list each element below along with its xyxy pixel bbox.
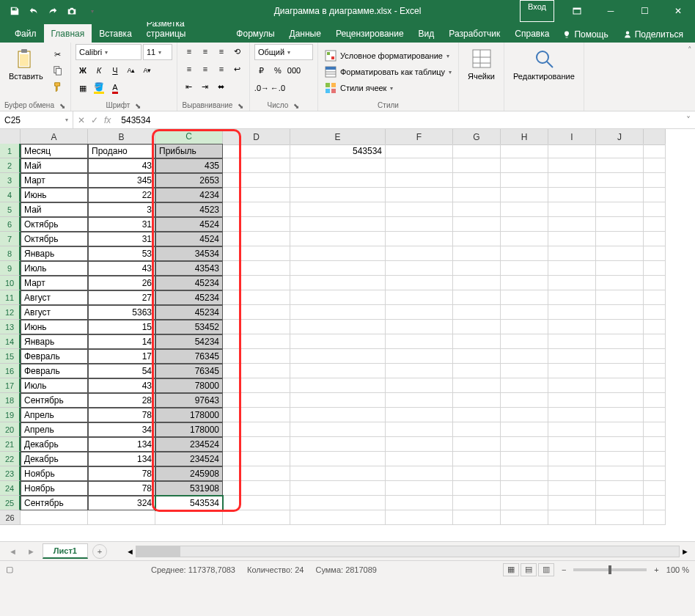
sheet-nav-prev[interactable]: ◄ — [6, 547, 20, 556]
col-header-G[interactable]: G — [453, 129, 501, 145]
cell-B7[interactable]: 31 — [88, 232, 155, 246]
cell-blank[interactable] — [290, 290, 386, 305]
row-header-10[interactable]: 10 — [0, 276, 21, 290]
tab-view[interactable]: Вид — [411, 24, 442, 43]
cell-A22[interactable]: Декабрь — [21, 452, 88, 466]
cell-blank[interactable] — [453, 246, 501, 261]
cell-B5[interactable]: 3 — [88, 202, 155, 217]
zoom-in-button[interactable]: + — [654, 565, 658, 574]
cell-A25[interactable]: Сентябрь — [21, 496, 88, 510]
worksheet-grid[interactable]: ABCDEFGHIJ1МесяцПроданоПрибыль5435342Май… — [0, 129, 695, 541]
cell-blank[interactable] — [21, 510, 88, 525]
cell-C6[interactable]: 4524 — [155, 217, 223, 232]
cell-blank[interactable] — [290, 158, 386, 173]
cell-blank[interactable] — [290, 320, 386, 334]
cell-blank[interactable] — [596, 188, 644, 202]
cell-blank[interactable] — [548, 481, 596, 496]
cell-blank[interactable] — [644, 144, 666, 158]
cell-blank[interactable] — [223, 276, 290, 290]
cell-C20[interactable]: 178000 — [155, 422, 223, 437]
cell-blank[interactable] — [223, 188, 290, 202]
cell-blank[interactable] — [453, 408, 501, 422]
cell-blank[interactable] — [223, 349, 290, 364]
cell-blank[interactable] — [453, 290, 501, 305]
font-launcher[interactable]: ⬊ — [134, 102, 141, 109]
cell-blank[interactable] — [453, 466, 501, 481]
cell-blank[interactable] — [386, 290, 453, 305]
cell-blank[interactable] — [386, 408, 453, 422]
row-header-2[interactable]: 2 — [0, 158, 21, 173]
expand-formula-icon[interactable]: ˅ — [682, 115, 695, 125]
cell-blank[interactable] — [386, 466, 453, 481]
cell-blank[interactable] — [644, 158, 666, 173]
cell-blank[interactable] — [223, 408, 290, 422]
cell-A15[interactable]: Февраль — [21, 349, 88, 364]
row-header-18[interactable]: 18 — [0, 393, 21, 408]
cell-blank[interactable] — [644, 349, 666, 364]
cell-blank[interactable] — [386, 393, 453, 408]
formula-input[interactable]: 543534 — [115, 115, 682, 125]
cell-blank[interactable] — [644, 276, 666, 290]
cell-B6[interactable]: 31 — [88, 217, 155, 232]
cell-B16[interactable]: 54 — [88, 364, 155, 378]
cell-blank[interactable] — [644, 290, 666, 305]
cell-C7[interactable]: 4524 — [155, 232, 223, 246]
row-header-1[interactable]: 1 — [0, 144, 21, 158]
cell-blank[interactable] — [548, 305, 596, 320]
cell-blank[interactable] — [453, 320, 501, 334]
cell-blank[interactable] — [290, 422, 386, 437]
cell-blank[interactable] — [644, 188, 666, 202]
cell-blank[interactable] — [453, 334, 501, 349]
cell-blank[interactable] — [88, 510, 155, 525]
cell-blank[interactable] — [290, 202, 386, 217]
cell-blank[interactable] — [501, 466, 548, 481]
cell-blank[interactable] — [548, 334, 596, 349]
tab-developer[interactable]: Разработчик — [441, 24, 507, 43]
cell-blank[interactable] — [548, 261, 596, 276]
qat-dropdown[interactable] — [82, 2, 100, 20]
add-sheet-button[interactable]: + — [92, 544, 107, 559]
row-header-24[interactable]: 24 — [0, 481, 21, 496]
cell-blank[interactable] — [453, 276, 501, 290]
increase-indent-icon[interactable]: ⇥ — [198, 79, 213, 94]
cell-blank[interactable] — [596, 422, 644, 437]
cell-blank[interactable] — [386, 364, 453, 378]
cell-blank[interactable] — [386, 202, 453, 217]
col-header-B[interactable]: B — [88, 129, 155, 145]
align-top-icon[interactable]: ≡ — [182, 44, 196, 59]
percent-icon[interactable]: % — [271, 63, 285, 78]
row-header-14[interactable]: 14 — [0, 334, 21, 349]
cell-blank[interactable] — [501, 202, 548, 217]
cell-blank[interactable] — [501, 496, 548, 510]
cell-blank[interactable] — [290, 188, 386, 202]
cell-blank[interactable] — [290, 276, 386, 290]
cell-blank[interactable] — [596, 510, 644, 525]
cell-blank[interactable] — [548, 232, 596, 246]
cell-blank[interactable] — [596, 246, 644, 261]
cell-B8[interactable]: 53 — [88, 246, 155, 261]
login-button[interactable]: Вход — [520, 0, 554, 22]
cell-blank[interactable] — [386, 481, 453, 496]
name-box[interactable]: C25▾ — [0, 111, 73, 128]
cell-blank[interactable] — [386, 246, 453, 261]
cell-blank[interactable] — [596, 378, 644, 393]
cell-blank[interactable] — [453, 496, 501, 510]
col-header-C[interactable]: C — [155, 129, 223, 145]
sheet-nav-next[interactable]: ► — [24, 547, 38, 556]
cell-blank[interactable] — [644, 466, 666, 481]
cell-C17[interactable]: 78000 — [155, 378, 223, 393]
cell-A4[interactable]: Июнь — [21, 188, 88, 202]
cell-B9[interactable]: 43 — [88, 261, 155, 276]
cell-blank[interactable] — [290, 452, 386, 466]
tab-insert[interactable]: Вставка — [92, 24, 139, 43]
col-header-F[interactable]: F — [386, 129, 453, 145]
cell-blank[interactable] — [501, 422, 548, 437]
cell-D1[interactable] — [223, 144, 290, 158]
undo-icon[interactable] — [25, 2, 43, 20]
cell-blank[interactable] — [453, 202, 501, 217]
cell-blank[interactable] — [501, 481, 548, 496]
cell-blank[interactable] — [386, 173, 453, 188]
cell-C8[interactable]: 34534 — [155, 246, 223, 261]
fx-icon[interactable]: fx — [104, 115, 111, 125]
cell-C14[interactable]: 54234 — [155, 334, 223, 349]
